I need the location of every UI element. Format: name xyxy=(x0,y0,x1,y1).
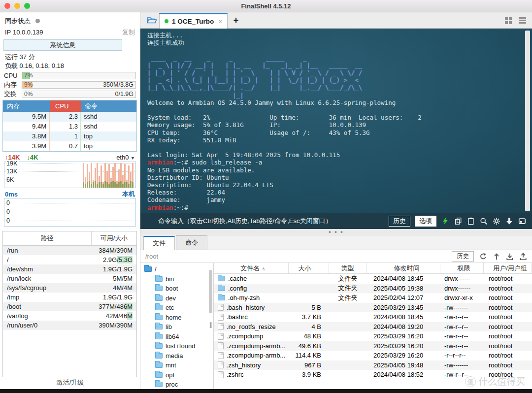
tree-item[interactable]: home xyxy=(140,313,208,323)
command-input[interactable]: 命令输入（双击Ctrl切换,Alt历史,Tab路径/命令,Esc关闭窗口） xyxy=(158,217,332,226)
sync-status-dot xyxy=(35,19,40,23)
menu-icon[interactable] xyxy=(519,16,526,25)
file-row[interactable]: .config 文件夹 2025/04/05 19:38 drwx------ … xyxy=(214,284,532,294)
tree-item[interactable]: bin xyxy=(140,274,208,284)
tree-item-label: lib64 xyxy=(166,333,179,340)
resource-meter: 内存 9% 350M/3.8G xyxy=(4,81,136,89)
terminal-line: armbian:~:# sudo lsb_release -a xyxy=(147,159,521,166)
tree-item[interactable]: dev xyxy=(140,294,208,303)
file-header-3[interactable]: 修改时间 xyxy=(366,263,440,273)
tree-item[interactable]: mnt xyxy=(140,360,208,370)
tree-item[interactable]: lost+found xyxy=(140,341,208,351)
file-permissions: drwxr-xr-x xyxy=(440,294,484,301)
disk-usage: 2.9G/5.3G xyxy=(77,255,136,264)
file-permissions: -r--r--r-- xyxy=(440,352,484,359)
file-row[interactable]: .zsh_history 967 B 2025/04/05 19:48 -rw-… xyxy=(214,360,532,370)
file-row[interactable]: .oh-my-zsh 文件夹 2025/02/04 12:07 drwxr-xr… xyxy=(214,293,532,303)
watermark-text: 什么值得买 xyxy=(478,375,525,388)
file-row[interactable]: .bashrc 3.7 KB 2024/04/08 18:45 -rw-r--r… xyxy=(214,312,532,322)
gear-icon[interactable] xyxy=(492,217,500,225)
refresh-icon[interactable] xyxy=(479,252,487,261)
paste-icon[interactable] xyxy=(466,217,475,225)
session-tab[interactable]: 1 OCE_Turbo × xyxy=(159,13,228,29)
tree-item-label: media xyxy=(166,352,183,360)
tree-item[interactable]: lib64 xyxy=(140,332,208,342)
process-header-cpu[interactable]: CPU xyxy=(50,100,81,112)
tree-scrollbar[interactable]: ●●● xyxy=(208,263,214,393)
traffic-lights xyxy=(0,3,30,9)
copy-icon[interactable] xyxy=(454,217,462,225)
process-header-command[interactable]: 命令 xyxy=(81,100,136,112)
disk-header-size[interactable]: 可用/大小 xyxy=(92,231,136,245)
file-name: .oh-my-zsh xyxy=(228,294,260,301)
file-row[interactable]: .zcompdump 48 KB 2025/03/29 16:20 -rw-r-… xyxy=(214,331,532,341)
close-window-button[interactable] xyxy=(4,3,10,9)
process-header-memory[interactable]: 内存 xyxy=(3,100,50,112)
tree-scrollbar-thumb[interactable] xyxy=(209,270,212,313)
file-name: .no_rootfs_resize xyxy=(227,323,276,330)
file-header-5[interactable]: 用户/用户组 xyxy=(484,263,532,273)
file-row[interactable]: .zcompdump-armb... 49.6 KB 2025/03/29 16… xyxy=(214,341,532,351)
file-owner: root/root xyxy=(484,285,532,292)
tree-item[interactable]: media xyxy=(140,351,208,361)
file-header-2[interactable]: 类型 xyxy=(329,263,366,273)
folder-icon xyxy=(144,266,152,272)
lightning-icon[interactable] xyxy=(441,217,449,225)
command-history-button[interactable]: 历史 xyxy=(389,216,410,227)
maximize-window-button[interactable] xyxy=(24,3,30,9)
path-history-button[interactable]: 历史 xyxy=(452,251,474,262)
upload-icon[interactable] xyxy=(519,252,527,261)
file-name: .bashrc xyxy=(227,313,248,321)
layout-grid-icon[interactable] xyxy=(505,17,512,24)
panel-splitter[interactable]: ● ● ● xyxy=(140,229,532,235)
tree-splitter-handle[interactable]: ●●● xyxy=(209,322,212,328)
activate-upgrade-button[interactable]: 激活/升级 xyxy=(0,378,140,387)
file-header-0[interactable]: 文件名∧ xyxy=(214,263,289,273)
system-info-button[interactable]: 系统信息 xyxy=(3,39,122,51)
meter-label: 交换 xyxy=(4,90,22,98)
minimize-window-button[interactable] xyxy=(14,3,20,9)
command-options-button[interactable]: 选项 xyxy=(415,216,436,227)
file-row[interactable]: .no_rootfs_resize 4 B 2024/04/08 19:20 -… xyxy=(214,322,532,332)
bottom-tab-files[interactable]: 文件 xyxy=(143,236,175,250)
file-row[interactable]: .bash_history 5 B 2025/03/29 13:45 -rw--… xyxy=(214,303,532,313)
tree-item[interactable]: opt xyxy=(140,370,208,380)
tab-close-icon[interactable]: × xyxy=(218,18,222,25)
window-icon[interactable] xyxy=(518,217,526,225)
tree-item[interactable]: etc xyxy=(140,303,208,313)
terminal-scrollbar[interactable] xyxy=(525,31,530,211)
file-row[interactable]: .zcompdump-armb... 114.4 KB 2025/03/29 1… xyxy=(214,351,532,360)
bottom-tab-commands[interactable]: 命令 xyxy=(176,235,207,250)
search-icon[interactable] xyxy=(479,217,488,225)
file-header-1[interactable]: 大小 xyxy=(289,263,329,273)
file-type: 文件夹 xyxy=(329,284,366,293)
session-tab-label: 1 OCE_Turbo xyxy=(172,18,214,25)
terminal-line: 连接主机... xyxy=(147,32,521,39)
disk-header-path[interactable]: 路径 xyxy=(3,231,92,245)
file-header-4[interactable]: 权限 xyxy=(440,263,484,273)
new-tab-button[interactable]: + xyxy=(233,15,239,26)
network-labels: ↑14K ↓4K eth0 ▼ xyxy=(0,152,140,162)
download-icon[interactable] xyxy=(505,252,514,261)
copy-ip-button[interactable]: 复制 xyxy=(122,28,135,37)
terminal[interactable]: 连接主机...连接主机成功 ____ _ __ _ _ _____ _| _ \… xyxy=(140,29,532,213)
ping-target[interactable]: 本机 xyxy=(122,190,135,198)
parent-directory-icon[interactable] xyxy=(492,252,500,261)
tree-item[interactable]: lib xyxy=(140,322,208,332)
disk-path: /sys/fs/cgroup xyxy=(3,283,77,293)
file-size: 967 B xyxy=(289,361,329,369)
terminal-line: Last login: Sat Apr 5 19:48:04 2025 from… xyxy=(147,151,521,159)
tree-item[interactable]: proc xyxy=(140,380,208,390)
tree-item[interactable]: / xyxy=(140,264,208,274)
arrow-down-icon[interactable] xyxy=(505,217,513,225)
file-permissions: -rw-r--r-- xyxy=(440,332,484,340)
terminal-line: |_| \_\_|\_\__,_|\____/| .__/ |_| |_.__/… xyxy=(147,84,521,91)
network-interface-dropdown[interactable]: eth0 ▼ xyxy=(116,154,135,161)
file-row[interactable]: .cache 文件夹 2024/04/08 18:45 drwx------ r… xyxy=(214,274,532,284)
connection-manager-button[interactable] xyxy=(144,14,159,27)
file-size: 48 KB xyxy=(289,332,329,340)
file-owner: root/root xyxy=(484,294,532,301)
current-path-input[interactable]: /root xyxy=(145,253,447,260)
tree-item[interactable]: boot xyxy=(140,284,208,294)
file-mtime: 2025/03/29 16:20 xyxy=(366,352,440,359)
